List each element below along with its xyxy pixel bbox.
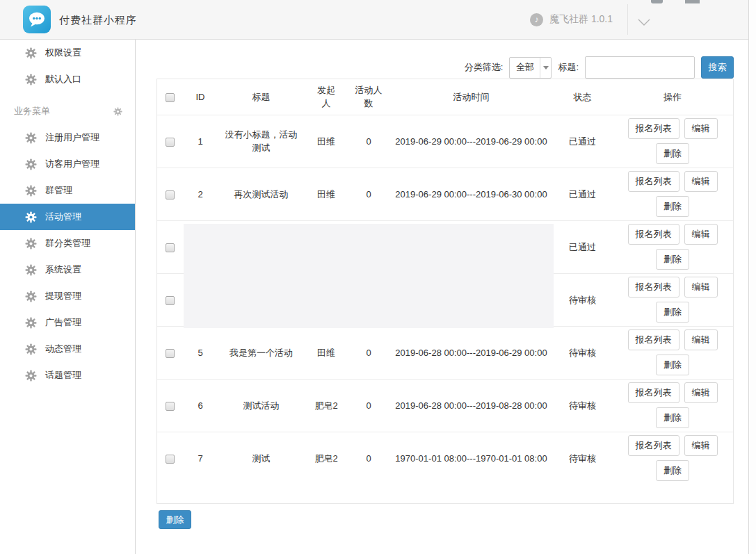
app-title: 付费社群小程序: [59, 0, 137, 40]
sidebar: 权限设置 默认入口业务菜单: [0, 40, 136, 554]
signup-list-button[interactable]: 报名列表: [628, 382, 679, 403]
sidebar-item-label: 话题管理: [45, 369, 81, 382]
cell-initiator: 田维: [317, 346, 335, 359]
gear-icon[interactable]: [113, 107, 122, 116]
edit-button[interactable]: 编辑: [684, 277, 718, 298]
cell-id: 2: [198, 188, 202, 201]
delete-button[interactable]: 删除: [656, 355, 689, 375]
column-header: 状态: [574, 90, 592, 104]
search-button[interactable]: 搜索: [701, 56, 734, 79]
gear-icon: [25, 74, 37, 85]
gear-icon: [25, 47, 37, 59]
cell-initiator: 田维: [317, 135, 335, 148]
sidebar-item-3[interactable]: 注册用户管理: [0, 124, 135, 151]
delete-button[interactable]: 删除: [656, 249, 689, 270]
column-header: 发起人: [314, 83, 338, 110]
cell-title: 没有小标题，活动测试: [223, 128, 300, 154]
edit-button[interactable]: 编辑: [684, 329, 718, 350]
sidebar-item-0[interactable]: 权限设置: [0, 40, 135, 66]
table-row: 2再次测试活动田维02019-06-29 00:00---2019-06-30 …: [157, 168, 733, 220]
sidebar-item-label: 注册用户管理: [45, 131, 99, 144]
cell-status: 待审核: [569, 293, 596, 307]
gear-icon: [25, 211, 37, 223]
edit-button[interactable]: 编辑: [684, 435, 718, 456]
sidebar-item-9[interactable]: 提现管理: [0, 283, 135, 309]
row-checkbox[interactable]: [166, 349, 175, 358]
sidebar-item-label: 群管理: [45, 184, 72, 197]
category-filter-label: 分类筛选:: [465, 61, 504, 74]
gear-icon: [25, 317, 37, 329]
sidebar-item-label: 系统设置: [45, 263, 81, 276]
header-divider: [627, 4, 628, 35]
edit-button[interactable]: 编辑: [684, 382, 718, 403]
sidebar-item-1[interactable]: 默认入口: [0, 66, 135, 92]
table-row: 7测试肥皂201970-01-01 08:00---1970-01-01 08:…: [157, 432, 733, 484]
cell-participants: 0: [366, 399, 371, 412]
delete-button[interactable]: 删除: [656, 407, 689, 428]
edit-button[interactable]: 编辑: [684, 118, 718, 139]
cell-initiator: 肥皂2: [314, 399, 337, 412]
sidebar-item-7[interactable]: 群分类管理: [0, 230, 135, 256]
delete-button[interactable]: 删除: [656, 196, 689, 217]
title-input[interactable]: [585, 56, 695, 79]
signup-list-button[interactable]: 报名列表: [628, 435, 679, 456]
edit-button[interactable]: 编辑: [684, 224, 718, 245]
delete-button[interactable]: 删除: [656, 143, 689, 164]
cell-participants: 0: [366, 135, 371, 148]
category-select[interactable]: 全部: [509, 57, 552, 79]
cell-initiator: 田维: [317, 188, 335, 201]
signup-list-button[interactable]: 报名列表: [628, 329, 679, 350]
bulk-delete-button[interactable]: 删除: [159, 510, 191, 529]
delete-button[interactable]: 删除: [656, 460, 689, 481]
app-header: 付费社群小程序 ♪ 魔飞社群 1.0.1: [0, 0, 748, 40]
redacted-region: [184, 224, 554, 328]
gear-icon: [25, 238, 37, 250]
row-checkbox[interactable]: [166, 296, 175, 305]
row-checkbox[interactable]: [166, 402, 175, 411]
gear-icon: [25, 185, 37, 197]
brand-label: 魔飞社群 1.0.1: [549, 13, 613, 26]
select-all-checkbox[interactable]: [166, 93, 175, 102]
column-header: ID: [196, 90, 205, 104]
sidebar-item-11[interactable]: 动态管理: [0, 336, 135, 362]
signup-list-button[interactable]: 报名列表: [628, 224, 679, 245]
sidebar-item-5[interactable]: 群管理: [0, 177, 135, 204]
sidebar-section-label: 业务菜单: [14, 105, 113, 117]
edit-button[interactable]: 编辑: [684, 171, 718, 192]
table-header-row: ID标题发起人活动人数活动时间状态操作: [157, 79, 733, 115]
sidebar-item-6[interactable]: 活动管理: [0, 204, 135, 230]
filter-bar: 分类筛选: 全部 标题: 搜索: [136, 56, 734, 79]
sidebar-item-12[interactable]: 话题管理: [0, 362, 135, 389]
row-checkbox[interactable]: [166, 243, 175, 252]
row-checkbox[interactable]: [166, 138, 175, 147]
delete-button[interactable]: 删除: [656, 302, 689, 323]
cell-status: 待审核: [569, 399, 596, 412]
cell-time: 2019-06-28 00:00---2019-08-28 00:00: [395, 399, 547, 412]
sidebar-item-8[interactable]: 系统设置: [0, 256, 135, 283]
signup-list-button[interactable]: 报名列表: [628, 171, 679, 192]
category-select-value: 全部: [510, 61, 540, 74]
chevron-down-icon[interactable]: [637, 17, 651, 25]
column-header: 活动时间: [453, 90, 490, 104]
sidebar-item-label: 活动管理: [45, 211, 81, 223]
sidebar-item-10[interactable]: 广告管理: [0, 309, 135, 336]
sidebar-section-header: 业务菜单: [0, 98, 135, 124]
column-header: 标题: [252, 90, 271, 104]
browser-artifact-block: [685, 0, 700, 3]
page: 付费社群小程序 ♪ 魔飞社群 1.0.1 权限设置: [0, 0, 756, 554]
sidebar-item-label: 动态管理: [45, 343, 81, 355]
cell-id: 6: [198, 399, 202, 412]
sidebar-item-4[interactable]: 访客用户管理: [0, 151, 135, 177]
cell-status: 已通过: [569, 188, 596, 201]
cell-status: 待审核: [569, 346, 596, 359]
row-checkbox[interactable]: [166, 455, 175, 464]
signup-list-button[interactable]: 报名列表: [628, 277, 679, 298]
table-row: 1没有小标题，活动测试田维02019-06-29 00:00---2019-06…: [157, 115, 733, 168]
dropdown-arrow-icon[interactable]: [540, 58, 551, 78]
chat-bubble-icon: [23, 6, 51, 33]
cell-participants: 0: [366, 188, 371, 201]
signup-list-button[interactable]: 报名列表: [628, 118, 679, 139]
row-checkbox[interactable]: [166, 190, 175, 199]
scrollbar[interactable]: [748, 0, 756, 554]
cell-id: 5: [198, 346, 202, 359]
